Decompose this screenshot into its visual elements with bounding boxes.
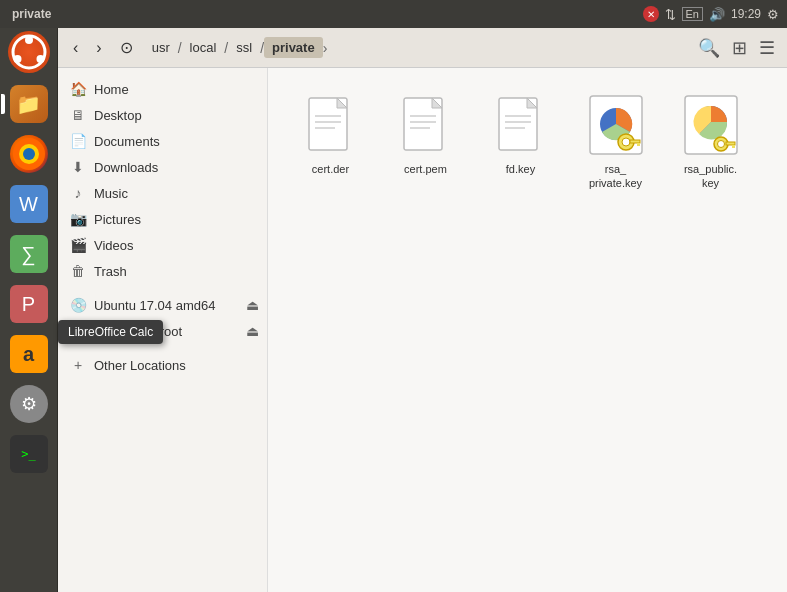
dock-lo-writer[interactable]: W bbox=[5, 180, 53, 228]
fd-key-icon bbox=[493, 94, 549, 158]
dock: 📁 W ∑ P a ⚙ >_ bbox=[0, 28, 58, 592]
breadcrumb-usr[interactable]: usr bbox=[144, 37, 178, 58]
svg-rect-33 bbox=[732, 145, 735, 148]
amazon-icon: a bbox=[10, 335, 48, 373]
sidebar-home-label: Home bbox=[94, 82, 129, 97]
breadcrumb-private[interactable]: private bbox=[264, 37, 323, 58]
file-cert-pem[interactable]: cert.pem bbox=[383, 88, 468, 197]
toolbar: ‹ › ⊙ usr / local / ssl / private › 🔍 ⊞ … bbox=[58, 28, 787, 68]
dock-files[interactable]: 📁 bbox=[5, 80, 53, 128]
close-button[interactable]: ✕ bbox=[643, 6, 659, 22]
lo-impress-icon: P bbox=[10, 285, 48, 323]
sidebar-item-desktop[interactable]: 🖥 Desktop bbox=[58, 102, 267, 128]
file-rsa-private[interactable]: rsa_private.key bbox=[573, 88, 658, 197]
other-icon: + bbox=[70, 357, 86, 373]
sidebar-downloads-label: Downloads bbox=[94, 160, 158, 175]
breadcrumb-local[interactable]: local bbox=[182, 37, 225, 58]
titlebar-title: private bbox=[8, 7, 643, 21]
main-container: 📁 W ∑ P a ⚙ >_ bbox=[0, 28, 787, 592]
files-icon: 📁 bbox=[10, 85, 48, 123]
sidebar-item-home[interactable]: 🏠 Home bbox=[58, 76, 267, 102]
cert-der-icon bbox=[303, 94, 359, 158]
sidebar-desktop-label: Desktop bbox=[94, 108, 142, 123]
menu-button[interactable]: ☰ bbox=[755, 33, 779, 63]
view-grid-button[interactable]: ⊞ bbox=[728, 33, 751, 63]
keyboard-layout[interactable]: En bbox=[682, 7, 703, 21]
lo-calc-icon: ∑ bbox=[10, 235, 48, 273]
pictures-icon: 📷 bbox=[70, 211, 86, 227]
rsa-private-label: rsa_private.key bbox=[589, 162, 642, 191]
breadcrumb-bar: usr / local / ssl / private › bbox=[144, 37, 690, 58]
file-fd-key[interactable]: fd.key bbox=[478, 88, 563, 197]
dock-lo-impress[interactable]: P bbox=[5, 280, 53, 328]
file-rsa-public[interactable]: rsa_public.key bbox=[668, 88, 753, 197]
content-area: 🏠 Home 🖥 Desktop 📄 Documents ⬇ Downloads… bbox=[58, 68, 787, 592]
dock-amazon[interactable]: a bbox=[5, 330, 53, 378]
titlebar-time: 19:29 bbox=[731, 7, 761, 21]
history-button[interactable]: ⊙ bbox=[113, 34, 140, 61]
breadcrumb-sep-4: › bbox=[323, 40, 328, 56]
filesystem-eject-button[interactable]: ⏏ bbox=[246, 323, 259, 339]
volume-icon[interactable]: 🔊 bbox=[709, 7, 725, 22]
dock-settings[interactable]: ⚙ bbox=[5, 380, 53, 428]
svg-rect-27 bbox=[637, 143, 640, 146]
sidebar-item-ubuntu[interactable]: 💿 Ubuntu 17.04 amd64 ⏏ bbox=[58, 292, 267, 318]
back-button[interactable]: ‹ bbox=[66, 35, 85, 61]
search-button[interactable]: 🔍 bbox=[694, 33, 724, 63]
sort-icon[interactable]: ⇅ bbox=[665, 7, 676, 22]
breadcrumb-ssl[interactable]: ssl bbox=[228, 37, 260, 58]
toolbar-right: 🔍 ⊞ ☰ bbox=[694, 33, 779, 63]
firefox-icon bbox=[10, 135, 48, 173]
cert-der-label: cert.der bbox=[312, 162, 349, 176]
sidebar-other-label: Other Locations bbox=[94, 358, 186, 373]
trash-icon: 🗑 bbox=[70, 263, 86, 279]
desktop-icon: 🖥 bbox=[70, 107, 86, 123]
documents-icon: 📄 bbox=[70, 133, 86, 149]
videos-icon: 🎬 bbox=[70, 237, 86, 253]
sidebar-ubuntu-label: Ubuntu 17.04 amd64 bbox=[94, 298, 215, 313]
cert-pem-label: cert.pem bbox=[404, 162, 447, 176]
file-manager: ‹ › ⊙ usr / local / ssl / private › 🔍 ⊞ … bbox=[58, 28, 787, 592]
music-icon: ♪ bbox=[70, 185, 86, 201]
sidebar-trash-label: Trash bbox=[94, 264, 127, 279]
sidebar-item-downloads[interactable]: ⬇ Downloads bbox=[58, 154, 267, 180]
ubuntu-logo[interactable] bbox=[8, 31, 50, 73]
svg-point-1 bbox=[25, 36, 33, 44]
sidebar-music-label: Music bbox=[94, 186, 128, 201]
svg-rect-26 bbox=[630, 140, 640, 143]
sidebar-item-other[interactable]: + Other Locations bbox=[58, 352, 267, 378]
sidebar-documents-label: Documents bbox=[94, 134, 160, 149]
settings-icon[interactable]: ⚙ bbox=[767, 7, 779, 22]
sidebar-item-trash[interactable]: 🗑 Trash bbox=[58, 258, 267, 284]
terminal-icon: >_ bbox=[10, 435, 48, 473]
titlebar-controls: ✕ ⇅ En 🔊 19:29 ⚙ bbox=[643, 6, 780, 22]
ubuntu-eject-button[interactable]: ⏏ bbox=[246, 297, 259, 313]
file-cert-der[interactable]: cert.der bbox=[288, 88, 373, 197]
sidebar-item-pictures[interactable]: 📷 Pictures bbox=[58, 206, 267, 232]
svg-point-25 bbox=[622, 138, 630, 146]
dock-firefox[interactable] bbox=[5, 130, 53, 178]
svg-point-2 bbox=[13, 55, 21, 63]
dock-ubuntu[interactable] bbox=[5, 30, 53, 78]
fd-key-label: fd.key bbox=[506, 162, 535, 176]
lo-writer-icon: W bbox=[10, 185, 48, 223]
file-area: cert.der cert.pem bbox=[268, 68, 787, 592]
rsa-public-label: rsa_public.key bbox=[684, 162, 737, 191]
sidebar-item-documents[interactable]: 📄 Documents bbox=[58, 128, 267, 154]
svg-point-6 bbox=[23, 148, 35, 160]
dock-lo-calc[interactable]: ∑ bbox=[5, 230, 53, 278]
rsa-public-icon bbox=[683, 94, 739, 158]
sidebar-item-videos[interactable]: 🎬 Videos bbox=[58, 232, 267, 258]
titlebar: private ✕ ⇅ En 🔊 19:29 ⚙ bbox=[0, 0, 787, 28]
svg-point-31 bbox=[717, 141, 724, 148]
dock-tooltip: LibreOffice Calc bbox=[58, 320, 163, 344]
rsa-private-icon bbox=[588, 94, 644, 158]
forward-button[interactable]: › bbox=[89, 35, 108, 61]
downloads-icon: ⬇ bbox=[70, 159, 86, 175]
svg-rect-32 bbox=[726, 142, 735, 145]
sidebar-item-music[interactable]: ♪ Music bbox=[58, 180, 267, 206]
svg-point-3 bbox=[36, 55, 44, 63]
sidebar-videos-label: Videos bbox=[94, 238, 134, 253]
home-icon: 🏠 bbox=[70, 81, 86, 97]
dock-terminal[interactable]: >_ bbox=[5, 430, 53, 478]
